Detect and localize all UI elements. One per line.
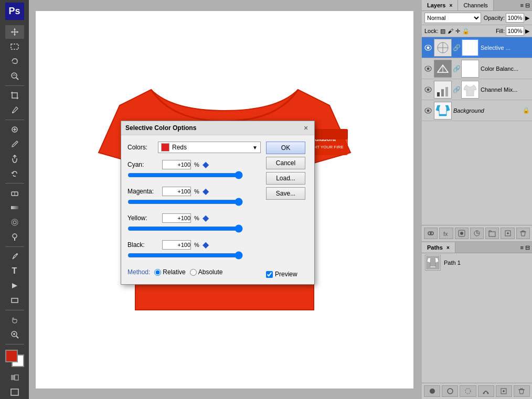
fill-input[interactable] [506, 26, 524, 36]
clone-tool[interactable] [5, 152, 24, 166]
panel-menu-icon[interactable]: ≡ [520, 2, 524, 8]
yellow-slider[interactable] [127, 227, 243, 231]
add-mask-btn[interactable] [455, 228, 469, 239]
link-layers-btn[interactable] [424, 228, 438, 239]
dodge-tool[interactable] [5, 230, 24, 244]
color-indicator[interactable] [5, 350, 24, 367]
black-value-input[interactable] [162, 240, 191, 250]
path-select-tool[interactable] [5, 279, 24, 293]
ok-button[interactable]: OK [266, 142, 305, 154]
cancel-button[interactable]: Cancel [266, 157, 305, 169]
path-item-1[interactable]: Path 1 [422, 253, 532, 272]
make-path-btn[interactable] [478, 385, 494, 397]
magenta-slider[interactable] [127, 200, 243, 204]
paths-tab[interactable]: Paths × [422, 242, 455, 253]
screen-mode-btn[interactable] [5, 385, 24, 399]
dialog-title: Selective Color Options [125, 124, 196, 132]
method-absolute-option[interactable]: Absolute [190, 268, 223, 276]
paths-tab-close[interactable]: × [446, 245, 450, 251]
quick-mask-btn[interactable] [5, 371, 24, 384]
method-absolute-radio[interactable] [190, 269, 197, 276]
layer-item-selective[interactable]: 🔗 Selective ... [422, 37, 532, 58]
cyan-label: Cyan: [127, 161, 159, 168]
blur-tool[interactable] [5, 215, 24, 229]
blend-mode-select[interactable]: Normal [424, 13, 481, 23]
delete-path-btn[interactable] [514, 385, 530, 397]
dialog-close-button[interactable]: × [302, 124, 310, 132]
panel-collapse-icon[interactable]: ⊟ [525, 2, 530, 9]
move-tool[interactable] [5, 25, 24, 39]
new-path-btn[interactable] [496, 385, 512, 397]
layer-visibility-selective[interactable] [424, 44, 432, 52]
save-button[interactable]: Save... [266, 187, 305, 200]
layers-controls: Normal Opacity: ▶ [422, 11, 532, 25]
paths-menu-icon[interactable]: ≡ [520, 244, 524, 251]
add-fx-btn[interactable]: fx [439, 228, 453, 239]
fill-arrow[interactable]: ▶ [525, 28, 529, 35]
paths-collapse-icon[interactable]: ⊟ [525, 244, 530, 251]
marquee-tool[interactable] [5, 40, 24, 53]
right-panel: Layers × Channels ≡ ⊟ Normal Opacity: ▶ … [422, 0, 532, 399]
lock-image-icon[interactable]: 🖌 [448, 28, 453, 34]
quick-select-tool[interactable] [5, 69, 24, 83]
svg-point-30 [427, 46, 430, 49]
cyan-value-input[interactable] [162, 160, 191, 169]
svg-point-54 [460, 232, 463, 235]
layer-visibility-channelmix[interactable] [424, 85, 432, 94]
add-adjustment-btn[interactable] [470, 228, 484, 239]
lock-transparent-icon[interactable]: ▨ [440, 28, 445, 35]
colors-select[interactable]: Reds ▼ [158, 142, 261, 153]
layer-item-channelmix[interactable]: 🔗 Channel Mix... [422, 79, 532, 100]
stroke-path-btn[interactable] [442, 385, 458, 397]
crop-tool[interactable] [5, 89, 24, 102]
zoom-tool[interactable] [5, 328, 24, 341]
layers-tab-close[interactable]: × [450, 3, 453, 8]
layers-tab[interactable]: Layers × [422, 0, 458, 10]
layer-item-colorbalance[interactable]: 🔗 Color Balanc... [422, 58, 532, 79]
lasso-tool[interactable] [5, 55, 24, 68]
layer-item-background[interactable]: Background 🔒 [422, 100, 532, 121]
cyan-slider[interactable] [127, 173, 243, 177]
layer-thumbnail-colorbalance [434, 60, 452, 78]
fill-path-btn[interactable] [424, 385, 440, 397]
preview-checkbox[interactable] [266, 271, 273, 278]
type-tool[interactable]: T [5, 264, 24, 278]
brush-tool[interactable] [5, 137, 24, 151]
svg-point-48 [427, 109, 430, 112]
lock-controls: Lock: ▨ 🖌 ✛ 🔒 Fill: ▶ [422, 25, 532, 37]
yellow-value-input[interactable] [162, 213, 191, 223]
new-layer-btn[interactable] [501, 228, 514, 239]
toolbar: Ps [0, 0, 29, 399]
method-relative-radio[interactable] [154, 269, 161, 276]
opacity-arrow[interactable]: ▶ [525, 15, 529, 21]
load-path-btn[interactable] [460, 385, 476, 397]
gradient-tool[interactable] [5, 201, 24, 214]
opacity-label: Opacity: [484, 15, 505, 21]
create-group-btn[interactable] [485, 228, 499, 239]
layer-mask-channelmix [461, 81, 479, 99]
preview-option[interactable]: Preview [266, 271, 308, 278]
layer-visibility-background[interactable] [424, 106, 432, 115]
lock-label: Lock: [424, 28, 438, 34]
foreground-color[interactable] [5, 350, 18, 362]
opacity-input[interactable] [506, 13, 524, 23]
lock-all-icon[interactable]: 🔒 [462, 28, 470, 35]
delete-layer-btn[interactable] [516, 228, 530, 239]
dialog-titlebar[interactable]: Selective Color Options × [121, 121, 314, 135]
load-button[interactable]: Load... [266, 172, 305, 185]
shape-tool[interactable] [5, 294, 24, 307]
eraser-tool[interactable] [5, 186, 24, 200]
layer-visibility-colorbalance[interactable] [424, 64, 432, 73]
eyedropper-tool[interactable] [5, 103, 24, 117]
black-slider[interactable] [127, 253, 243, 257]
pen-tool[interactable] [5, 250, 24, 263]
channels-tab[interactable]: Channels [458, 0, 493, 10]
history-brush-tool[interactable] [5, 167, 24, 180]
svg-point-63 [448, 389, 453, 394]
magenta-value-input[interactable] [162, 187, 191, 196]
hand-tool[interactable] [5, 313, 24, 327]
method-relative-option[interactable]: Relative [154, 268, 185, 276]
healing-tool[interactable] [5, 123, 24, 136]
lock-position-icon[interactable]: ✛ [455, 28, 460, 35]
svg-rect-39 [463, 61, 477, 76]
